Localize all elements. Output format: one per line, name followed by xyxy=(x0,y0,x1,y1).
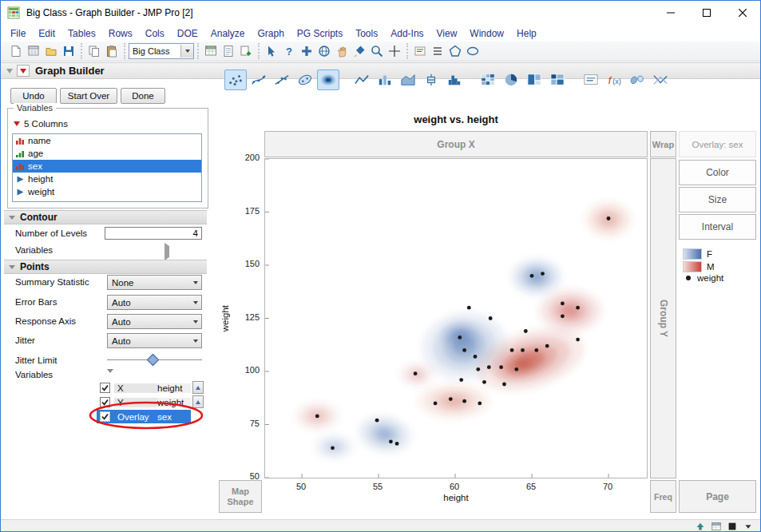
interval-drop-zone[interactable]: Interval xyxy=(679,214,756,240)
maximize-button[interactable] xyxy=(688,1,724,25)
summary-statistic-select[interactable]: None xyxy=(107,275,202,290)
oval-tool-icon[interactable] xyxy=(464,43,482,59)
data-point[interactable] xyxy=(458,335,462,339)
help-tool-icon[interactable]: ? xyxy=(280,43,298,59)
element-smoother-icon[interactable] xyxy=(248,69,270,90)
element-heatmap-icon[interactable] xyxy=(477,69,499,90)
dataset-selector[interactable]: Big Class xyxy=(129,43,194,59)
menu-doe[interactable]: DOE xyxy=(171,26,204,41)
data-table-status-icon[interactable] xyxy=(711,521,722,532)
y-remove-button[interactable] xyxy=(192,395,204,408)
element-contour-icon[interactable] xyxy=(317,69,339,90)
data-point[interactable] xyxy=(487,365,491,369)
hand-tool-icon[interactable] xyxy=(333,43,351,59)
assignment-row-overlay[interactable]: Overlaysex xyxy=(97,410,191,423)
female-swatch[interactable] xyxy=(683,248,702,260)
window-indicator-icon[interactable] xyxy=(727,521,738,532)
x-checkbox[interactable] xyxy=(100,383,110,393)
points-collapse-icon[interactable] xyxy=(9,265,15,269)
size-drop-zone[interactable]: Size xyxy=(679,187,756,212)
element-ellipse-icon[interactable] xyxy=(294,69,316,90)
plot-canvas[interactable] xyxy=(265,159,647,478)
start-over-button[interactable]: Start Over xyxy=(60,88,117,104)
contour-variables-disclosure-icon[interactable] xyxy=(164,246,169,257)
data-point[interactable] xyxy=(449,397,453,401)
script-plus-icon[interactable] xyxy=(237,43,255,59)
menu-tables[interactable]: Tables xyxy=(61,26,102,41)
data-point[interactable] xyxy=(607,216,611,220)
save-icon[interactable] xyxy=(60,43,77,59)
new-data-table-icon[interactable] xyxy=(25,43,42,59)
data-point[interactable] xyxy=(467,306,471,310)
data-point[interactable] xyxy=(521,348,525,352)
chevron-down-icon[interactable] xyxy=(190,339,201,343)
menu-edit[interactable]: Edit xyxy=(32,26,61,41)
overlay-checkbox[interactable] xyxy=(100,411,110,422)
crosshair-tool-icon[interactable] xyxy=(386,43,403,59)
element-histogram-icon[interactable] xyxy=(443,69,466,90)
data-point[interactable] xyxy=(499,365,503,369)
legend-item-m[interactable]: M xyxy=(683,261,715,272)
data-point[interactable] xyxy=(476,367,480,371)
chevron-down-icon[interactable] xyxy=(190,301,201,304)
caret-down-icon[interactable] xyxy=(743,521,754,532)
menu-addins[interactable]: Add-Ins xyxy=(384,26,430,41)
chevron-down-icon[interactable] xyxy=(190,281,201,284)
error-bars-select[interactable]: Auto xyxy=(107,295,202,310)
element-parallel-icon[interactable] xyxy=(649,69,672,90)
data-point[interactable] xyxy=(545,344,549,348)
data-point[interactable] xyxy=(395,442,399,446)
data-table-icon[interactable] xyxy=(202,43,220,59)
menu-rows[interactable]: Rows xyxy=(102,26,139,41)
scroller-tool-icon[interactable] xyxy=(429,43,446,59)
scroll-up-icon[interactable] xyxy=(695,521,706,532)
element-points-icon[interactable] xyxy=(224,69,247,90)
data-point[interactable] xyxy=(462,348,466,352)
data-point[interactable] xyxy=(502,383,506,387)
response-axis-select[interactable]: Auto xyxy=(107,314,202,329)
column-item-weight[interactable]: weight xyxy=(13,185,201,198)
data-point[interactable] xyxy=(474,355,478,359)
assignment-row-y[interactable]: Yweight xyxy=(97,395,191,409)
contour-section-header[interactable]: Contour xyxy=(4,210,207,224)
element-treemap-icon[interactable] xyxy=(523,69,545,90)
data-point[interactable] xyxy=(482,380,486,384)
element-box-plot-icon[interactable] xyxy=(420,69,442,90)
columns-red-triangle-icon[interactable] xyxy=(14,121,20,126)
data-point[interactable] xyxy=(331,446,335,450)
x-axis-label[interactable]: height xyxy=(264,493,648,502)
data-point[interactable] xyxy=(561,302,565,306)
y-axis-label[interactable]: weight xyxy=(220,305,230,332)
menu-view[interactable]: View xyxy=(430,26,464,41)
column-item-age[interactable]: age xyxy=(13,147,201,160)
wrap-drop-zone[interactable]: Wrap xyxy=(650,131,676,157)
paste-icon[interactable] xyxy=(103,43,121,59)
legend-item-points[interactable]: weight xyxy=(686,273,723,283)
undo-button[interactable]: Undo xyxy=(10,88,57,104)
chevron-down-icon[interactable] xyxy=(190,320,201,324)
menu-file[interactable]: File xyxy=(4,26,32,41)
data-point[interactable] xyxy=(576,306,580,310)
brush-tool-icon[interactable] xyxy=(351,43,368,59)
y-checkbox[interactable] xyxy=(100,397,110,407)
data-point[interactable] xyxy=(459,378,463,382)
points-section-header[interactable]: Points xyxy=(4,260,207,274)
element-pie-icon[interactable] xyxy=(500,69,522,90)
data-point[interactable] xyxy=(561,314,565,318)
data-point[interactable] xyxy=(514,367,518,371)
data-point[interactable] xyxy=(434,402,438,406)
number-of-levels-input[interactable] xyxy=(105,227,202,240)
data-point[interactable] xyxy=(524,329,528,333)
data-point[interactable] xyxy=(534,348,538,352)
annotate-tool-icon[interactable] xyxy=(411,43,429,59)
polygon-tool-icon[interactable] xyxy=(446,43,464,59)
data-point[interactable] xyxy=(414,371,418,375)
plot-area[interactable] xyxy=(264,158,648,478)
assignment-row-x[interactable]: Xheight xyxy=(97,381,191,395)
data-point[interactable] xyxy=(530,274,534,278)
map-shape-drop-zone[interactable]: Map Shape xyxy=(219,480,262,513)
overlay-zone-label[interactable]: Overlay: sex xyxy=(679,131,756,157)
column-item-sex[interactable]: sex xyxy=(13,160,201,173)
data-point[interactable] xyxy=(510,348,514,352)
journal-icon[interactable] xyxy=(220,43,237,59)
